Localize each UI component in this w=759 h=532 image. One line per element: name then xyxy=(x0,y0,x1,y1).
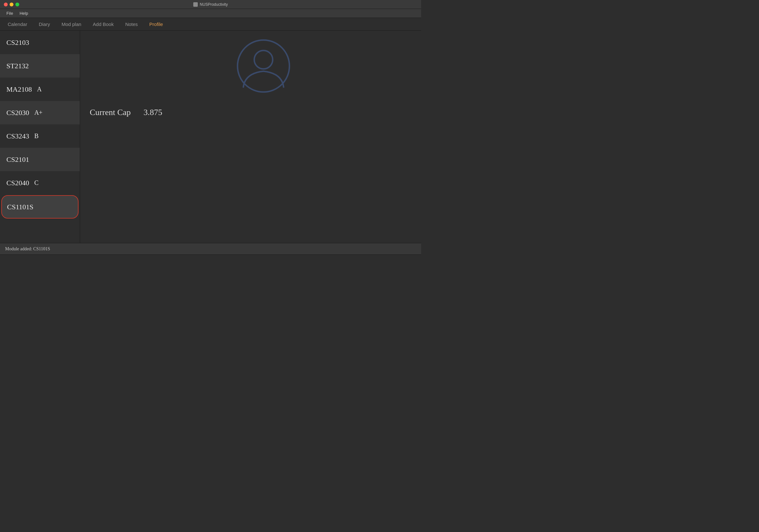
module-cs2040[interactable]: CS2040 C xyxy=(0,171,80,195)
menu-help[interactable]: Help xyxy=(17,10,31,16)
svg-point-1 xyxy=(254,50,273,69)
nav-bar: Calendar Diary Mod plan Add Book Notes P… xyxy=(0,18,421,31)
status-message: Module added: CS1101S xyxy=(5,247,50,251)
avatar-icon xyxy=(235,37,292,95)
cap-value: 3.875 xyxy=(143,108,163,117)
maximize-button[interactable] xyxy=(16,3,19,6)
menu-bar: File Help xyxy=(0,9,421,18)
tab-calendar[interactable]: Calendar xyxy=(5,20,30,28)
module-ma2108[interactable]: MA2108 A xyxy=(0,78,80,101)
module-cs2101[interactable]: CS2101 xyxy=(0,148,80,171)
tab-profile[interactable]: Profile xyxy=(147,20,166,28)
module-st2132[interactable]: ST2132 xyxy=(0,54,80,78)
sidebar: CS2103 ST2132 MA2108 A CS2030 A+ CS3243 … xyxy=(0,31,80,243)
command-bar[interactable] xyxy=(0,254,421,266)
command-input[interactable] xyxy=(5,258,416,263)
profile-panel: Current Cap 3.875 xyxy=(80,31,421,243)
close-button[interactable] xyxy=(4,3,8,6)
title-bar: NUSProductivity xyxy=(0,0,421,9)
app-icon xyxy=(193,2,198,7)
minimize-button[interactable] xyxy=(10,3,14,6)
status-bar: Module added: CS1101S xyxy=(0,243,421,254)
tab-mod-plan[interactable]: Mod plan xyxy=(59,20,84,28)
menu-file[interactable]: File xyxy=(4,10,16,16)
tab-add-book[interactable]: Add Book xyxy=(90,20,116,28)
traffic-lights xyxy=(4,3,19,6)
tab-diary[interactable]: Diary xyxy=(36,20,53,28)
main-content: CS2103 ST2132 MA2108 A CS2030 A+ CS3243 … xyxy=(0,31,421,243)
cap-label: Current Cap xyxy=(90,108,131,117)
module-cs2030[interactable]: CS2030 A+ xyxy=(0,101,80,124)
module-cs3243[interactable]: CS3243 B xyxy=(0,124,80,148)
module-cs2103[interactable]: CS2103 xyxy=(0,31,80,54)
cap-info: Current Cap 3.875 xyxy=(90,108,162,117)
window-title: NUSProductivity xyxy=(193,2,227,7)
svg-point-0 xyxy=(237,40,290,92)
module-cs1101s[interactable]: CS1101S xyxy=(1,195,79,218)
avatar-container xyxy=(90,37,412,95)
tab-notes[interactable]: Notes xyxy=(123,20,140,28)
